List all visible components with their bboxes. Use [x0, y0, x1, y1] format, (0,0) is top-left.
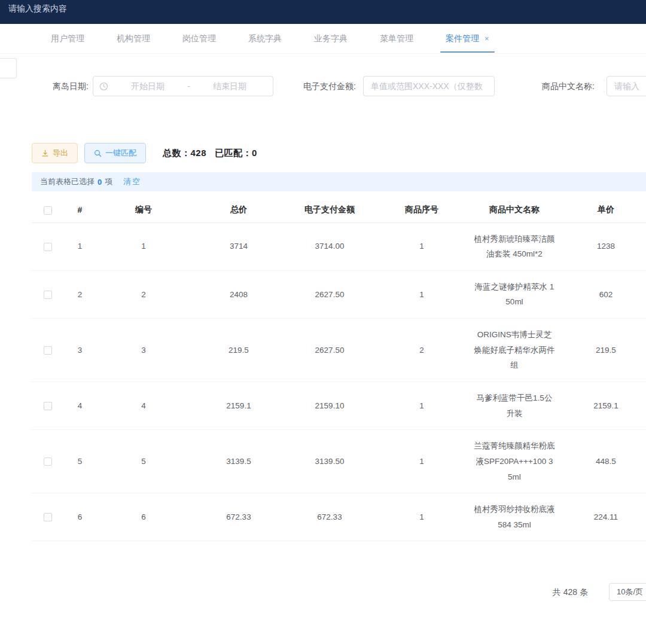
- cell-epay-amount: 2159.10: [286, 381, 373, 429]
- cell-epay-amount: 3714.00: [286, 222, 373, 270]
- matched-value: 0: [252, 148, 257, 158]
- tab-item[interactable]: 机构管理: [100, 24, 166, 53]
- tab-item[interactable]: 菜单管理: [364, 24, 429, 53]
- row-checkbox-cell: [32, 222, 64, 270]
- column-header[interactable]: 总价: [191, 197, 286, 222]
- tab-item[interactable]: 案件管理 ×: [429, 24, 505, 53]
- download-icon: [41, 149, 49, 157]
- clear-selection-link[interactable]: 清空: [123, 176, 141, 187]
- column-label: 总价: [230, 205, 247, 214]
- cell-index: 3: [64, 319, 96, 382]
- column-header[interactable]: 商品中文名称: [470, 197, 559, 222]
- tab-item[interactable]: 系统字典: [232, 24, 298, 53]
- tab-label: 用户管理: [51, 33, 84, 44]
- cell-epay-amount: 2627.50: [286, 319, 373, 382]
- cell-epay-amount: 2627.50: [286, 270, 373, 318]
- column-label: 商品序号: [405, 205, 438, 214]
- cell-unit-price: 602: [559, 270, 646, 318]
- amount-input[interactable]: [364, 81, 494, 91]
- cell-total-price: 2159.1: [191, 381, 286, 429]
- table-toolbar: 导出 一键匹配 总数：428已匹配：0: [32, 143, 257, 163]
- cell-product-seq: 2: [373, 319, 470, 382]
- cell-product-name: 植村秀新琥珀臻萃洁颜油套装 450ml*2: [470, 222, 559, 270]
- column-header[interactable]: 电子支付金额: [286, 197, 373, 222]
- column-header[interactable]: 商品序号: [373, 197, 470, 222]
- tab-close-icon[interactable]: ×: [484, 35, 489, 42]
- start-date-input[interactable]: [111, 81, 185, 91]
- tab-label: 菜单管理: [380, 33, 413, 44]
- cell-unit-price: 224.11: [559, 493, 646, 541]
- tab-item[interactable]: 用户管理: [35, 24, 100, 53]
- filter-row: 离岛日期: - 电子支付金额: 商品中文名称:: [0, 76, 646, 97]
- cell-code: 1: [96, 222, 191, 270]
- product-name-input[interactable]: [607, 81, 646, 91]
- row-checkbox-cell: [32, 319, 64, 382]
- date-range-separator: -: [185, 81, 193, 91]
- cell-code: 3: [96, 319, 191, 382]
- cell-product-seq: 1: [373, 381, 470, 429]
- top-navbar: [0, 0, 646, 24]
- row-checkbox[interactable]: [44, 513, 52, 521]
- date-filter-label: 离岛日期:: [53, 76, 89, 96]
- cell-product-seq: 1: [373, 270, 470, 318]
- cell-total-price: 3139.5: [191, 430, 286, 493]
- cell-total-price: 3714: [191, 222, 286, 270]
- date-range-picker[interactable]: -: [93, 76, 273, 96]
- tab-label: 系统字典: [248, 33, 282, 44]
- row-checkbox[interactable]: [44, 243, 52, 251]
- tab-label: 案件管理: [446, 33, 479, 44]
- table-body: 1 1 3714 3714.00 1 植村秀新琥珀臻萃洁颜油套装 450ml*2…: [32, 222, 646, 541]
- cell-unit-price: 448.5: [559, 430, 646, 493]
- column-label: 商品中文名称: [489, 205, 540, 214]
- column-header[interactable]: 编号: [96, 197, 191, 222]
- export-button[interactable]: 导出: [32, 143, 78, 163]
- column-header[interactable]: 单价: [559, 197, 646, 222]
- cell-unit-price: 2159.1: [559, 381, 646, 429]
- row-checkbox[interactable]: [44, 402, 52, 410]
- data-table: #编号总价电子支付金额商品序号商品中文名称单价 1 1 3714 3714.00…: [32, 197, 646, 541]
- clock-icon: [99, 82, 108, 91]
- cell-index: 1: [64, 222, 96, 270]
- sidebar-collapse-handle[interactable]: [0, 58, 17, 78]
- amount-filter-label: 电子支付金额:: [303, 76, 356, 96]
- row-checkbox-cell: [32, 493, 64, 541]
- tab-label: 岗位管理: [182, 33, 216, 44]
- cell-code: 4: [96, 381, 191, 429]
- cell-product-seq: 1: [373, 430, 470, 493]
- table-row: 6 6 672.33 672.33 1 植村秀羽纱持妆粉底液 584 35ml …: [32, 493, 646, 541]
- row-checkbox[interactable]: [44, 291, 52, 299]
- search-icon: [94, 149, 102, 157]
- row-checkbox-cell: [32, 430, 64, 493]
- page-size-select[interactable]: 10条/页: [609, 583, 646, 601]
- column-header[interactable]: #: [64, 197, 96, 222]
- column-label: 电子支付金额: [304, 205, 355, 214]
- total-label: 总数：: [163, 148, 191, 158]
- tab-bar: 用户管理 机构管理 岗位管理 系统字典 业务字典 菜单管理 案件管理 ×: [0, 24, 646, 54]
- cell-index: 5: [64, 430, 96, 493]
- cell-product-seq: 1: [373, 222, 470, 270]
- one-click-match-label: 一键匹配: [105, 148, 136, 158]
- tab-item[interactable]: 岗位管理: [166, 24, 232, 53]
- tab-item[interactable]: 业务字典: [298, 24, 364, 53]
- cell-product-name: 兰蔻菁纯臻颜精华粉底液SPF20PA+++100 35ml: [470, 430, 559, 493]
- product-name-filter-label: 商品中文名称:: [542, 76, 595, 96]
- selection-prefix: 当前表格已选择: [40, 176, 95, 187]
- table-row: 5 5 3139.5 3139.50 1 兰蔻菁纯臻颜精华粉底液SPF20PA+…: [32, 430, 646, 493]
- cell-epay-amount: 672.33: [286, 493, 373, 541]
- cell-code: 5: [96, 430, 191, 493]
- row-checkbox[interactable]: [44, 457, 52, 466]
- selection-suffix: 项: [105, 176, 112, 187]
- row-checkbox[interactable]: [44, 346, 52, 355]
- table-row: 2 2 2408 2627.50 1 海蓝之谜修护精萃水 150ml 602: [32, 270, 646, 318]
- selection-bar: 当前表格已选择 0 项 清空: [32, 172, 646, 191]
- column-label: #: [78, 205, 83, 215]
- column-label: 单价: [598, 205, 614, 214]
- cell-epay-amount: 3139.50: [286, 430, 373, 493]
- select-all-checkbox[interactable]: [44, 206, 52, 215]
- cell-total-price: 672.33: [191, 493, 286, 541]
- end-date-input[interactable]: [193, 81, 267, 91]
- cell-index: 2: [64, 270, 96, 318]
- cell-code: 6: [96, 493, 191, 541]
- one-click-match-button[interactable]: 一键匹配: [84, 143, 146, 163]
- global-search-input[interactable]: [8, 4, 164, 13]
